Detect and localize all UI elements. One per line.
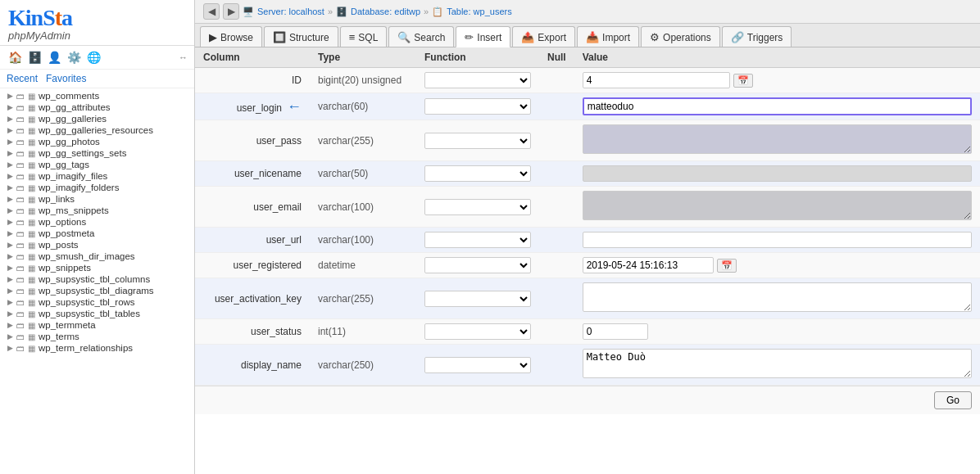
sidebar-item[interactable]: ▶ 🗃 ▦ wp_snippets: [0, 262, 194, 273]
cell-null: [539, 161, 574, 187]
function-select[interactable]: [424, 199, 531, 215]
browse-icon: ▦: [26, 332, 36, 341]
value-input[interactable]: [583, 72, 730, 88]
sidebar-item[interactable]: ▶ 🗃 ▦ wp_gg_galleries_resources: [0, 124, 194, 136]
calendar-button[interactable]: 📅: [717, 259, 737, 273]
table-icon: 🗃: [16, 218, 25, 227]
import-tab-label: Import: [602, 32, 630, 43]
value-textarea[interactable]: [583, 191, 972, 220]
cell-value: 📅: [574, 68, 980, 93]
globe-icon[interactable]: 🌐: [85, 49, 102, 65]
table-icon: 🗃: [16, 309, 25, 318]
table-icon: 🗃: [16, 332, 25, 341]
value-input[interactable]: [583, 232, 972, 248]
column-label: ID: [292, 74, 302, 86]
browse-icon: ▦: [26, 309, 36, 318]
function-select[interactable]: [424, 291, 531, 307]
toolbar-icons: 🏠 🗄️ 👤 ⚙️ 🌐 ↔: [0, 46, 194, 70]
value-input[interactable]: [583, 165, 972, 182]
database-icon[interactable]: 🗄️: [26, 49, 43, 65]
expand-icon[interactable]: ↔: [179, 52, 188, 62]
user-icon[interactable]: 👤: [46, 49, 62, 65]
column-label: user_url: [266, 234, 302, 246]
function-select[interactable]: [424, 323, 531, 340]
sidebar-item[interactable]: ▶ 🗃 ▦ wp_termmeta: [0, 319, 194, 331]
server-link[interactable]: Server: localhost: [257, 7, 324, 16]
tab-browse[interactable]: ▶Browse: [200, 26, 262, 47]
home-icon[interactable]: 🏠: [7, 49, 23, 65]
cell-null: [539, 187, 574, 228]
function-select[interactable]: [424, 133, 531, 149]
tab-import[interactable]: 📥Import: [577, 26, 639, 47]
sidebar-item[interactable]: ▶ 🗃 ▦ wp_gg_photos: [0, 136, 194, 147]
sidebar-item[interactable]: ▶ 🗃 ▦ wp_supsystic_tbl_columns: [0, 273, 194, 285]
sidebar-item[interactable]: ▶ 🗃 ▦ wp_supsystic_tbl_tables: [0, 308, 194, 319]
tab-structure[interactable]: 🔲Structure: [264, 26, 338, 47]
sidebar-item[interactable]: ▶ 🗃 ▦ wp_ms_snippets: [0, 205, 194, 216]
sidebar-item[interactable]: ▶ 🗃 ▦ wp_gg_galleries: [0, 113, 194, 124]
function-select[interactable]: [424, 72, 531, 88]
forward-button[interactable]: ▶: [223, 3, 239, 20]
tab-export[interactable]: 📤Export: [512, 26, 575, 47]
sidebar-item[interactable]: ▶ 🗃 ▦ wp_options: [0, 216, 194, 228]
cell-function: [416, 120, 539, 161]
sidebar-item[interactable]: ▶ 🗃 ▦ wp_term_relationships: [0, 342, 194, 354]
content-area: Column Type Function Null Value IDbigint…: [195, 47, 980, 474]
col-header-type: Type: [310, 47, 416, 68]
table-link[interactable]: Table: wp_users: [447, 7, 512, 16]
table-icon: 🗃: [16, 298, 25, 307]
function-select[interactable]: [424, 357, 531, 373]
sidebar-item[interactable]: ▶ 🗃 ▦ wp_terms: [0, 331, 194, 342]
sidebar-item[interactable]: ▶ 🗃 ▦ wp_imagify_files: [0, 170, 194, 182]
settings-icon[interactable]: ⚙️: [66, 49, 82, 65]
tab-triggers[interactable]: 🔗Triggers: [722, 26, 792, 47]
tab-search[interactable]: 🔍Search: [388, 26, 454, 47]
function-select[interactable]: [424, 165, 531, 182]
sidebar-item[interactable]: ▶ 🗃 ▦ wp_postmeta: [0, 228, 194, 239]
sidebar-item[interactable]: ▶ 🗃 ▦ wp_posts: [0, 239, 194, 251]
back-button[interactable]: ◀: [203, 3, 220, 20]
sidebar-item[interactable]: ▶ 🗃 ▦ wp_comments: [0, 90, 194, 102]
column-label: display_name: [241, 359, 302, 371]
calendar-button[interactable]: 📅: [733, 74, 753, 88]
sidebar-item[interactable]: ▶ 🗃 ▦ wp_supsystic_tbl_rows: [0, 296, 194, 308]
sidebar-item[interactable]: ▶ 🗃 ▦ wp_smush_dir_images: [0, 251, 194, 262]
sidebar-item[interactable]: ▶ 🗃 ▦ wp_gg_settings_sets: [0, 147, 194, 159]
cell-null: [539, 278, 574, 319]
value-textarea[interactable]: [583, 282, 972, 312]
browse-icon: ▦: [26, 138, 36, 147]
export-tab-icon: 📤: [521, 31, 534, 43]
tab-insert[interactable]: ✏Insert: [456, 26, 510, 47]
structure-tab-label: Structure: [289, 32, 329, 43]
expand-icon: ▶: [5, 298, 15, 306]
sidebar-item[interactable]: ▶ 🗃 ▦ wp_supsystic_tbl_diagrams: [0, 285, 194, 296]
function-select[interactable]: [424, 232, 531, 248]
sidebar-list: ▶ 🗃 ▦ wp_comments ▶ 🗃 ▦ wp_gg_attributes…: [0, 88, 194, 474]
tab-operations[interactable]: ⚙Operations: [641, 26, 720, 47]
table-icon: 🗃: [16, 321, 25, 330]
sidebar-item-label: wp_comments: [39, 91, 99, 101]
value-input[interactable]: [583, 97, 972, 115]
function-select[interactable]: [424, 257, 531, 273]
cell-function: [416, 187, 539, 228]
go-button[interactable]: Go: [934, 391, 972, 409]
sidebar-item[interactable]: ▶ 🗃 ▦ wp_imagify_folders: [0, 182, 194, 193]
sidebar-item[interactable]: ▶ 🗃 ▦ wp_gg_attributes: [0, 102, 194, 113]
favorites-link[interactable]: Favorites: [46, 73, 86, 84]
value-textarea[interactable]: [583, 349, 972, 378]
datetime-input[interactable]: [583, 257, 714, 273]
sidebar-item[interactable]: ▶ 🗃 ▦ wp_gg_tags: [0, 159, 194, 170]
function-select[interactable]: [424, 98, 531, 115]
tab-sql[interactable]: ≡SQL: [340, 26, 388, 47]
value-textarea[interactable]: [583, 124, 972, 154]
recent-link[interactable]: Recent: [7, 73, 38, 84]
table-row: user_activation_keyvarchar(255): [195, 278, 980, 319]
value-input[interactable]: [583, 323, 648, 340]
sidebar-item[interactable]: ▶ 🗃 ▦ wp_links: [0, 193, 194, 205]
browse-icon: ▦: [26, 275, 36, 284]
cell-type: int(11): [310, 319, 416, 345]
expand-icon: ▶: [5, 287, 15, 295]
database-link[interactable]: Database: editwp: [351, 7, 420, 16]
sidebar-item-label: wp_gg_settings_sets: [39, 148, 126, 158]
expand-icon: ▶: [5, 172, 15, 180]
